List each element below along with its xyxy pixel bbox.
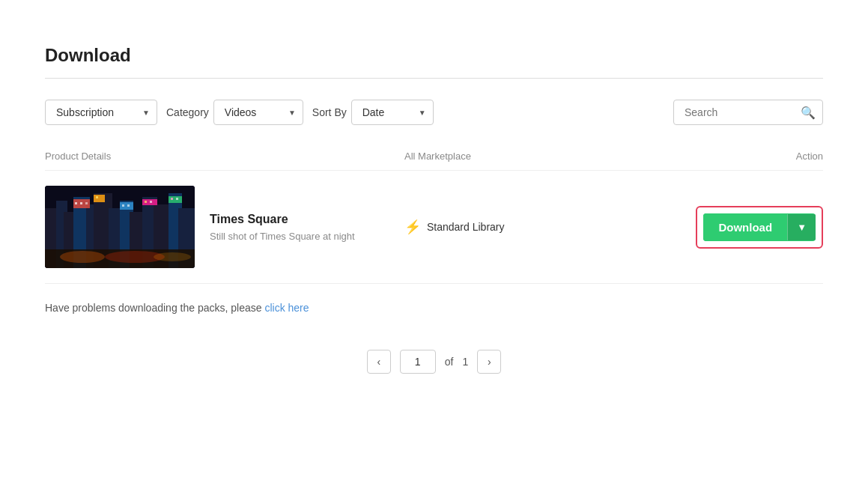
click-here-link[interactable]: click here xyxy=(264,302,309,314)
table-header: Product Details All Marketplace Action xyxy=(45,149,823,171)
table-row: Times Square Still shot of Times Square … xyxy=(45,171,823,284)
marketplace-name: Standard Library xyxy=(427,221,505,233)
svg-rect-26 xyxy=(96,196,98,198)
category-filter-wrapper: Videos ▼ xyxy=(213,100,303,125)
col-header-product: Product Details xyxy=(45,149,404,163)
sortby-filter-wrapper: Date ▼ xyxy=(351,100,434,125)
sortby-select[interactable]: Date xyxy=(351,100,434,125)
next-page-button[interactable]: › xyxy=(477,350,501,374)
title-divider xyxy=(45,78,823,79)
category-label: Category xyxy=(166,106,209,118)
sortby-group: Sort By Date ▼ xyxy=(312,100,434,125)
svg-point-22 xyxy=(154,252,191,261)
svg-rect-18 xyxy=(169,196,182,203)
svg-point-20 xyxy=(60,251,105,263)
search-input[interactable] xyxy=(673,100,823,125)
pagination: ‹ of 1 › xyxy=(45,350,823,374)
page-of-label: of xyxy=(445,356,454,368)
download-main-button[interactable]: Download xyxy=(703,213,787,241)
svg-rect-29 xyxy=(145,201,147,203)
download-dropdown-button[interactable]: ▼ xyxy=(787,214,816,240)
marketplace-cell: ⚡ Standard Library xyxy=(404,219,658,235)
sortby-label: Sort By xyxy=(312,106,347,118)
product-description: Still shot of Times Square at night xyxy=(210,231,404,242)
product-cell: Times Square Still shot of Times Square … xyxy=(45,186,404,268)
total-pages-label: 1 xyxy=(462,356,468,368)
product-info: Times Square Still shot of Times Square … xyxy=(210,213,404,242)
svg-rect-30 xyxy=(150,201,152,203)
subscription-filter-wrapper: Subscription ▼ xyxy=(45,100,157,125)
svg-rect-31 xyxy=(171,198,173,200)
subscription-select[interactable]: Subscription xyxy=(45,100,157,125)
prev-page-button[interactable]: ‹ xyxy=(367,350,391,374)
svg-rect-25 xyxy=(85,202,88,204)
category-select[interactable]: Videos xyxy=(213,100,303,125)
filters-row: Subscription ▼ Category Videos ▼ Sort By… xyxy=(45,100,823,125)
col-header-marketplace: All Marketplace xyxy=(404,149,658,163)
product-thumbnail xyxy=(45,186,195,268)
search-wrapper: 🔍 xyxy=(673,100,823,125)
thumbnail-image xyxy=(45,186,195,268)
footer-note: Have problems downloading the packs, ple… xyxy=(45,302,823,314)
svg-rect-15 xyxy=(94,195,105,202)
download-button[interactable]: Download ▼ xyxy=(703,213,816,241)
svg-rect-32 xyxy=(176,198,178,200)
svg-rect-23 xyxy=(75,202,77,204)
download-button-highlight: Download ▼ xyxy=(696,206,823,249)
svg-rect-16 xyxy=(120,202,133,210)
category-group: Category Videos ▼ xyxy=(166,100,303,125)
page-title: Download xyxy=(45,45,823,66)
svg-rect-24 xyxy=(80,202,82,204)
page-container: Download Subscription ▼ Category Videos … xyxy=(0,0,868,404)
lightning-icon: ⚡ xyxy=(404,219,421,235)
svg-rect-27 xyxy=(122,204,124,207)
action-cell: Download ▼ xyxy=(658,206,823,249)
svg-rect-28 xyxy=(127,204,130,207)
col-header-action: Action xyxy=(658,149,823,163)
page-number-input[interactable] xyxy=(400,350,436,374)
product-name: Times Square xyxy=(210,213,404,226)
